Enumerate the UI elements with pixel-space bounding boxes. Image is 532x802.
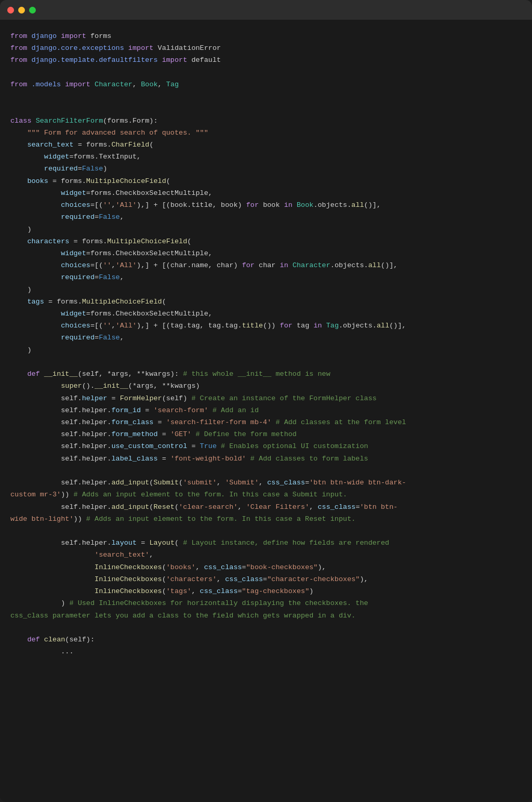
code-editor[interactable]: from django import forms from django.cor…: [0, 20, 532, 678]
titlebar: [0, 0, 532, 20]
maximize-button[interactable]: [29, 7, 36, 14]
editor-window: from django import forms from django.cor…: [0, 0, 532, 802]
close-button[interactable]: [7, 7, 14, 14]
minimize-button[interactable]: [18, 7, 25, 14]
